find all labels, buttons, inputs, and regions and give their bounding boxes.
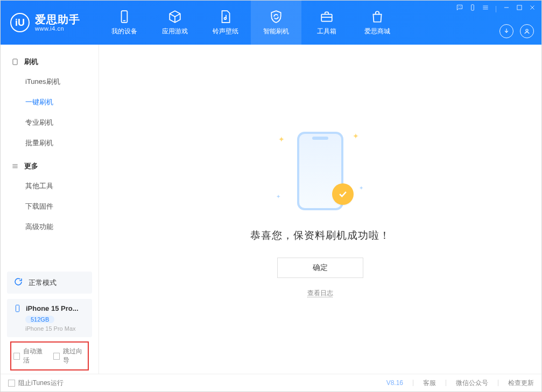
header-actions — [499, 24, 534, 38]
nav-apps-games[interactable]: 应用游戏 — [150, 1, 200, 45]
divider — [413, 380, 413, 386]
sidebar-item-pro-flash[interactable]: 专业刷机 — [1, 112, 98, 133]
cube-icon — [168, 10, 182, 24]
sidebar-group-flash: 刷机 iTunes刷机 一键刷机 专业刷机 批量刷机 — [1, 52, 98, 153]
phone-link-icon[interactable] — [469, 4, 476, 13]
svg-point-6 — [459, 7, 459, 8]
nav-toolbox[interactable]: 工具箱 — [301, 1, 352, 45]
sparkle-icon: ✦ — [353, 132, 359, 140]
svg-point-7 — [460, 7, 461, 8]
toolbox-icon — [320, 10, 334, 24]
ok-button[interactable]: 确定 — [277, 258, 363, 278]
sidebar-item-download-firmware[interactable]: 下载固件 — [1, 196, 98, 217]
download-button[interactable] — [499, 24, 513, 38]
shield-refresh-icon — [269, 10, 283, 24]
menu-icon — [11, 162, 19, 170]
feedback-icon[interactable] — [456, 4, 463, 13]
maximize-button[interactable] — [516, 4, 523, 13]
music-file-icon — [219, 10, 233, 24]
footer-link-update[interactable]: 检查更新 — [508, 379, 534, 388]
sparkle-icon: ✦ — [278, 135, 285, 144]
sidebar-group-head-more[interactable]: 更多 — [1, 156, 98, 176]
device-mode-label: 正常模式 — [29, 278, 57, 288]
device-name: iPhone 15 Pro... — [26, 304, 79, 312]
phone-icon — [13, 304, 22, 312]
sparkle-icon: ✦ — [276, 194, 280, 199]
device-card[interactable]: iPhone 15 Pro... 512GB iPhone 15 Pro Max — [7, 299, 92, 337]
minimize-button[interactable] — [503, 4, 510, 13]
sidebar-item-other-tools[interactable]: 其他工具 — [1, 176, 98, 196]
nav-ringtones-wallpapers[interactable]: 铃声壁纸 — [200, 1, 251, 45]
checkbox-label: 跳过向导 — [63, 347, 86, 365]
sidebar-item-itunes-flash[interactable]: iTunes刷机 — [1, 72, 98, 92]
footer-link-support[interactable]: 客服 — [423, 379, 436, 388]
sidebar-group-title: 更多 — [24, 161, 38, 171]
close-button[interactable] — [529, 4, 536, 13]
nav-label: 智能刷机 — [263, 27, 289, 36]
checkbox-icon — [53, 353, 60, 360]
sidebar-item-oneclick-flash[interactable]: 一键刷机 — [1, 92, 98, 112]
nav-store[interactable]: 爱思商城 — [352, 1, 403, 45]
svg-rect-4 — [321, 14, 332, 21]
nav-label: 铃声壁纸 — [213, 27, 238, 36]
brand-subtitle: www.i4.cn — [35, 25, 80, 32]
checkbox-skip-wizard[interactable]: 跳过向导 — [53, 347, 86, 365]
view-log-link[interactable]: 查看日志 — [307, 289, 333, 298]
brand-logo-icon: iU — [10, 13, 30, 32]
app-header: iU 爱思助手 www.i4.cn 我的设备 应用游戏 铃声壁纸 智能刷机 — [1, 1, 541, 45]
version-label: V8.16 — [386, 379, 403, 387]
device-model: iPhone 15 Pro Max — [25, 325, 86, 332]
menu-icon[interactable] — [482, 4, 489, 13]
nav-label: 我的设备 — [111, 27, 137, 36]
sidebar: 刷机 iTunes刷机 一键刷机 专业刷机 批量刷机 更多 其他工具 下载固件 … — [1, 45, 99, 374]
top-navbar: 我的设备 应用游戏 铃声壁纸 智能刷机 工具箱 爱思商城 — [99, 1, 403, 45]
divider — [498, 380, 498, 386]
checkbox-label: 阻止iTunes运行 — [18, 379, 64, 388]
nav-label: 应用游戏 — [162, 27, 188, 36]
footer-link-wechat[interactable]: 微信公众号 — [456, 379, 488, 388]
nav-label: 爱思商城 — [364, 27, 390, 36]
shopping-bag-icon — [370, 10, 384, 24]
sidebar-group-title: 刷机 — [24, 57, 38, 67]
svg-rect-8 — [471, 5, 474, 11]
success-illustration: ✦ ✦ ✦ ✦ — [266, 125, 374, 217]
device-mode-card[interactable]: 正常模式 — [7, 272, 92, 294]
sparkle-icon: ✦ — [359, 185, 363, 191]
divider — [446, 380, 446, 386]
svg-point-3 — [224, 17, 227, 19]
main-content: ✦ ✦ ✦ ✦ 恭喜您，保资料刷机成功啦！ 确定 查看日志 — [99, 45, 541, 374]
tablet-icon — [11, 58, 19, 66]
svg-rect-18 — [13, 59, 17, 65]
nav-my-device[interactable]: 我的设备 — [99, 1, 150, 45]
account-button[interactable] — [520, 24, 534, 38]
nav-label: 工具箱 — [317, 27, 336, 36]
svg-point-17 — [526, 29, 528, 31]
sidebar-group-more: 更多 其他工具 下载固件 高级功能 — [1, 156, 98, 237]
sidebar-group-head-flash[interactable]: 刷机 — [1, 52, 98, 72]
success-check-icon — [332, 183, 354, 205]
brand-title: 爱思助手 — [35, 13, 80, 25]
divider — [496, 6, 496, 12]
device-icon — [117, 10, 131, 24]
checkbox-icon — [13, 353, 20, 360]
success-headline: 恭喜您，保资料刷机成功啦！ — [250, 229, 390, 243]
checkbox-label: 自动激活 — [23, 347, 46, 365]
checkbox-block-itunes[interactable]: 阻止iTunes运行 — [8, 379, 64, 388]
storage-badge: 512GB — [25, 316, 54, 323]
options-highlight-box: 自动激活 跳过向导 — [10, 341, 89, 370]
window-controls-bar — [456, 4, 536, 13]
brand-block: iU 爱思助手 www.i4.cn — [1, 1, 99, 45]
sidebar-item-batch-flash[interactable]: 批量刷机 — [1, 133, 98, 153]
svg-rect-13 — [517, 5, 522, 10]
svg-rect-22 — [16, 305, 19, 312]
footer-bar: 阻止iTunes运行 V8.16 客服 微信公众号 检查更新 — [1, 374, 541, 391]
nav-smart-flash[interactable]: 智能刷机 — [251, 1, 301, 45]
checkbox-icon — [8, 380, 15, 387]
sidebar-item-advanced[interactable]: 高级功能 — [1, 217, 98, 237]
checkbox-auto-activate[interactable]: 自动激活 — [13, 347, 46, 365]
refresh-icon — [13, 277, 23, 288]
